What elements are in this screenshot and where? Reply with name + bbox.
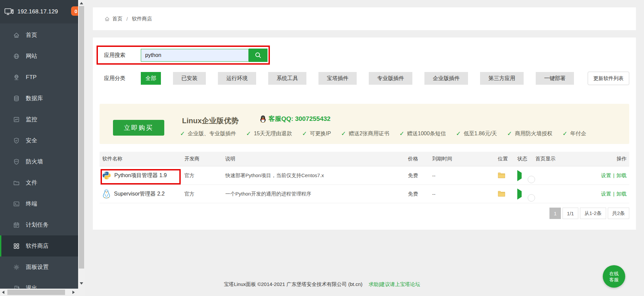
scroll-down-arrow[interactable]: [80, 282, 83, 285]
horizontal-scroll-thumb[interactable]: [7, 290, 65, 295]
sidebar-item-database[interactable]: 数据库: [0, 88, 78, 109]
page-range: 从1-2条: [580, 208, 606, 219]
app-expire: --: [432, 191, 498, 197]
status-running-play-icon[interactable]: [517, 189, 522, 200]
sidebar-item-settings[interactable]: 面板设置: [0, 256, 78, 278]
col-actions: 操作: [573, 156, 629, 162]
uninstall-link[interactable]: 卸载: [617, 172, 627, 178]
breadcrumb-home-icon: [104, 16, 110, 22]
sidebar-item-appstore[interactable]: 软件商店: [0, 235, 78, 256]
banner-features: ✓企业版、专业版插件 ✓15天无理由退款 ✓可更换IP ✓赠送2张商用证书 ✓赠…: [180, 130, 629, 137]
settings-link[interactable]: 设置: [601, 191, 611, 197]
sidebar-vertical-scrollbar[interactable]: [78, 0, 85, 289]
scroll-up-arrow[interactable]: [80, 2, 83, 4]
feature-text: 赠送1000条短信: [407, 130, 446, 137]
sidebar-horizontal-scrollbar[interactable]: [0, 289, 78, 296]
sidebar-item-label: 文件: [26, 179, 37, 187]
software-store-panel: 应用搜索 应用分类 全部 已安装 运行环境 系统工具 宝塔插件 专业版插件 企业…: [93, 38, 636, 230]
banner-title: Linux企业版优势: [182, 116, 239, 126]
tab-one-click[interactable]: 一键部署: [536, 72, 574, 85]
sidebar-item-terminal[interactable]: 终端: [0, 193, 78, 214]
footer-forum-link[interactable]: 求助|建议请上宝塔论坛: [368, 281, 420, 287]
tab-bt-plugins[interactable]: 宝塔插件: [318, 72, 357, 85]
feature-item: ✓赠送1000条短信: [399, 130, 446, 137]
open-location-folder-icon[interactable]: [498, 191, 505, 197]
tab-enterprise-plugins[interactable]: 企业版插件: [424, 72, 468, 85]
page-ratio: 1/1: [563, 208, 578, 219]
app-vendor: 官方: [184, 191, 225, 197]
sidebar-item-security[interactable]: 安全: [0, 130, 78, 151]
col-desc: 说明: [225, 156, 408, 162]
breadcrumb-separator: /: [126, 16, 128, 22]
col-name: 软件名称: [100, 156, 184, 162]
action-divider: |: [613, 172, 614, 178]
online-service-button[interactable]: 在线 客服: [603, 265, 625, 288]
app-name[interactable]: Python项目管理器 1.9: [114, 172, 167, 179]
scroll-right-arrow[interactable]: [72, 291, 75, 294]
tab-pro-plugins[interactable]: 专业版插件: [369, 72, 412, 85]
breadcrumb-home-link[interactable]: 首页: [112, 16, 122, 22]
feature-item: ✓企业版、专业版插件: [180, 130, 236, 137]
server-info[interactable]: 192.168.17.129: [0, 0, 78, 23]
sidebar-item-cron[interactable]: 计划任务: [0, 214, 78, 235]
feature-text: 商用防火墙授权: [515, 130, 552, 137]
online-service-line2: 客服: [609, 277, 619, 283]
qq-penguin-icon: [260, 115, 266, 123]
app-vendor: 官方: [184, 172, 225, 179]
feature-item: ✓15天无理由退款: [246, 130, 292, 137]
search-label: 应用搜索: [100, 52, 141, 59]
server-ip: 192.168.17.129: [17, 8, 58, 15]
category-tabs: 全部 已安装 运行环境 系统工具 宝塔插件 专业版插件 企业版插件 第三方应用 …: [141, 72, 574, 85]
sidebar-item-label: 计划任务: [26, 221, 49, 229]
breadcrumb: 首页 / 软件商店: [93, 7, 636, 30]
sidebar-item-ftp[interactable]: FTP: [0, 67, 78, 88]
tux-logo-icon: [102, 189, 111, 199]
sidebar-item-monitor[interactable]: 监控: [0, 109, 78, 130]
tab-all[interactable]: 全部: [141, 72, 161, 85]
app-expire: --: [432, 173, 498, 178]
svg-text:WAF: WAF: [15, 160, 18, 162]
sidebar-item-files[interactable]: 文件: [0, 172, 78, 193]
tab-system-tools[interactable]: 系统工具: [268, 72, 306, 85]
col-price: 价格: [408, 156, 432, 162]
search-input[interactable]: [141, 49, 249, 62]
app-price: 免费: [408, 191, 432, 197]
open-location-folder-icon[interactable]: [498, 172, 505, 178]
tab-thirdparty[interactable]: 第三方应用: [480, 72, 524, 85]
buy-now-button[interactable]: 立即购买: [113, 120, 164, 136]
sidebar-item-label: 面板设置: [26, 263, 49, 271]
col-location: 位置: [498, 156, 517, 162]
app-name[interactable]: Supervisor管理器 2.2: [114, 191, 165, 198]
waf-shield-icon: WAF: [13, 158, 20, 165]
toggle-knob: [528, 194, 535, 202]
col-homepage-display: 首页显示: [535, 156, 573, 162]
scroll-left-arrow[interactable]: [2, 291, 4, 294]
page-total: 共2条: [608, 208, 629, 219]
sidebar-item-home[interactable]: 首页: [0, 24, 78, 46]
calendar-icon: [13, 221, 20, 229]
database-icon: [13, 95, 20, 102]
sidebar-menu: 首页 网站 FTP 数据库 监控 安全 WAF: [0, 23, 78, 296]
sidebar-item-sites[interactable]: 网站: [0, 46, 78, 67]
tab-installed[interactable]: 已安装: [173, 72, 206, 85]
feature-item: ✓赠送2张商用证书: [341, 130, 389, 137]
status-running-play-icon[interactable]: [517, 170, 522, 181]
check-icon: ✓: [246, 130, 251, 137]
check-icon: ✓: [456, 130, 461, 137]
feature-text: 赠送2张商用证书: [349, 130, 389, 137]
vertical-scroll-thumb[interactable]: [79, 6, 84, 269]
search-button[interactable]: [249, 49, 268, 62]
check-icon: ✓: [302, 130, 307, 137]
check-icon: ✓: [341, 130, 346, 137]
sidebar-item-firewall[interactable]: WAF 防火墙: [0, 151, 78, 172]
table-row-python-manager: Python项目管理器 1.9 官方 快速部署Python项目，当前仅支持Cen…: [100, 166, 629, 185]
sidebar-item-label: 安全: [26, 137, 37, 144]
settings-link[interactable]: 设置: [601, 172, 611, 178]
gear-icon: [13, 264, 20, 271]
uninstall-link[interactable]: 卸载: [617, 191, 627, 197]
sidebar: 192.168.17.129 0 首页 网站 FTP 数据库 监控: [0, 0, 78, 296]
tab-runtime[interactable]: 运行环境: [218, 72, 256, 85]
table-header: 软件名称 开发商 说明 价格 到期时间 位置 状态 首页显示 操作: [100, 152, 629, 166]
page-1-button[interactable]: 1: [549, 208, 561, 219]
update-software-list-button[interactable]: 更新软件列表: [588, 72, 629, 85]
